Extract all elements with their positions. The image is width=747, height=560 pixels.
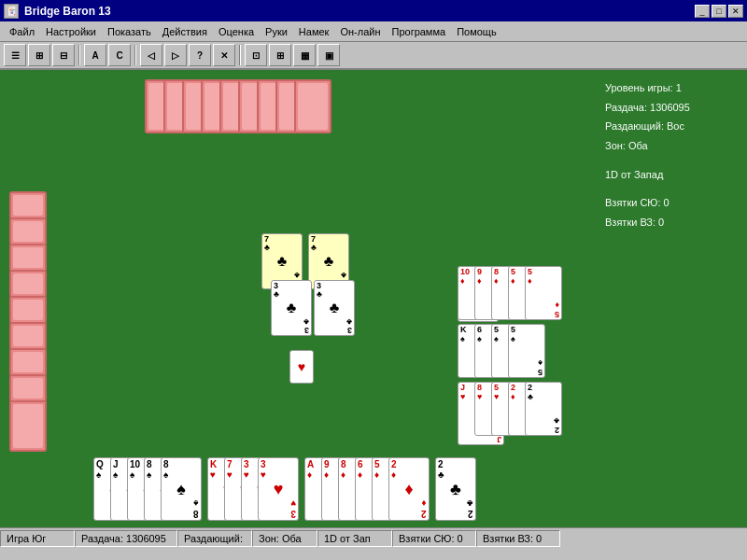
center-clubs-card1[interactable]: 3♣ ♣ 3♣ bbox=[271, 280, 312, 336]
south-hearts: K♥ ♥ K♥ 7♥ ♥ 7♥ 3♥ ♥ 3♥ 3♥ ♥ 3♥ bbox=[207, 457, 299, 523]
status-tricks-ew: Взятки ВЗ: 0 bbox=[476, 530, 560, 547]
west-card-5 bbox=[9, 322, 47, 350]
east-card-r2-3[interactable]: 5♠ 5♠ bbox=[508, 324, 545, 378]
c1-center: ♣ bbox=[287, 300, 297, 316]
south-clubs: 2♣ ♣ 2♣ bbox=[435, 457, 476, 523]
minimize-button[interactable]: _ bbox=[695, 5, 710, 18]
menu-item-показать[interactable]: Показать bbox=[102, 24, 157, 39]
south-club-0[interactable]: 2♣ ♣ 2♣ bbox=[435, 457, 476, 521]
toolbar-btn-13[interactable]: ⊞ bbox=[269, 44, 291, 66]
c2-center: ♣ bbox=[330, 300, 340, 316]
title-bar: 🃏 Bridge Baron 13 _ □ ✕ bbox=[0, 0, 747, 21]
west-card-last bbox=[9, 400, 47, 452]
c2-tl: 3♣ bbox=[317, 282, 322, 299]
tricks-ns-info: Взятки СЮ: 0 bbox=[605, 194, 740, 212]
card-rank-tl2: 7♣ bbox=[311, 235, 317, 252]
toolbar-btn-2[interactable]: ⊟ bbox=[52, 44, 75, 66]
toolbar-separator bbox=[134, 45, 136, 65]
west-card-2 bbox=[9, 244, 47, 272]
toolbar-btn-0[interactable]: ☰ bbox=[4, 44, 26, 66]
maximize-button[interactable]: □ bbox=[712, 5, 726, 18]
toolbar-btn-5[interactable]: C bbox=[108, 44, 131, 66]
tricks-ew-info: Взятки ВЗ: 0 bbox=[605, 214, 740, 231]
toolbar-btn-8[interactable]: ▷ bbox=[164, 44, 187, 66]
toolbar-separator bbox=[78, 45, 80, 65]
contract-info: 1D от Запад bbox=[605, 166, 740, 184]
south-heart-3[interactable]: 3♥ ♥ 3♥ bbox=[258, 457, 299, 521]
status-player: Игра Юг bbox=[0, 530, 75, 547]
east-card-r1-4[interactable]: 5♦ 5♦ bbox=[525, 266, 562, 320]
close-button[interactable]: ✕ bbox=[728, 5, 743, 18]
toolbar-btn-1[interactable]: ⊞ bbox=[28, 44, 50, 66]
south-spade-4[interactable]: 8♠ ♠ 8♠ bbox=[161, 457, 202, 521]
west-card-7 bbox=[9, 374, 47, 402]
status-dealer: Раздающий: bbox=[177, 530, 252, 547]
title-buttons: _ □ ✕ bbox=[695, 5, 743, 18]
status-deal: Раздача: 1306095 bbox=[75, 530, 177, 547]
menu-item-намек[interactable]: Намек bbox=[293, 24, 335, 39]
east-hand-row1: 10♦ ♦ 10♦ 10♦ 10♦ 9♦ 9♦ 8♦ 8♦ 5♦ 5♦ 5♦ 5… bbox=[458, 266, 499, 322]
card-center-suit: ♣ bbox=[277, 253, 288, 270]
menu-item-файл[interactable]: Файл bbox=[4, 24, 40, 39]
toolbar-btn-9[interactable]: ? bbox=[189, 44, 211, 66]
info-panel: Уровень игры: 1 Раздача: 1306095 Раздающ… bbox=[598, 70, 747, 527]
toolbar-btn-4[interactable]: A bbox=[84, 44, 106, 66]
toolbar-btn-12[interactable]: ⊡ bbox=[245, 44, 267, 66]
dealer-info: Раздающий: Вос bbox=[605, 118, 740, 135]
menu-item-действия[interactable]: Действия bbox=[157, 24, 213, 39]
menu-item-программа[interactable]: Программа bbox=[386, 24, 451, 39]
south-diamond-5[interactable]: 2♦ ♦ 2♦ bbox=[388, 457, 430, 521]
card-rank-tl: 7♣ bbox=[264, 235, 270, 252]
menu-bar: ФайлНастройкиПоказатьДействияОценкаРукиН… bbox=[0, 21, 747, 42]
played-heart-card[interactable]: ♥ bbox=[289, 350, 314, 384]
west-card-1 bbox=[9, 217, 47, 245]
menu-item-оценка[interactable]: Оценка bbox=[213, 24, 260, 39]
north-card-8 bbox=[294, 79, 331, 133]
south-hand: Q♠ ♠ Q♠ J♠ ♠ J♠ 10♠ ♠ 10♠ 8♠ ♠ 8♠ 8♠ ♠ 8… bbox=[93, 457, 476, 523]
title-text: Bridge Baron 13 bbox=[24, 5, 689, 18]
west-card-0 bbox=[9, 191, 47, 219]
status-tricks-ns: Взятки СЮ: 0 bbox=[392, 530, 476, 547]
level-info: Уровень игры: 1 bbox=[605, 79, 740, 97]
center-clubs-card2[interactable]: 3♣ ♣ 3♣ bbox=[314, 280, 355, 336]
west-card-4 bbox=[9, 296, 47, 324]
toolbar-btn-10[interactable]: ✕ bbox=[213, 44, 235, 66]
menu-item-помощь[interactable]: Помощь bbox=[451, 24, 502, 39]
c1-tl: 3♣ bbox=[274, 282, 279, 299]
played-card-suit: ♥ bbox=[298, 359, 305, 374]
south-diamonds: A♦ ♦ A♦ 9♦ ♦ 9♦ 8♦ ♦ 8♦ 6♦ ♦ 6♦ 5♦ ♦ 5♦ … bbox=[304, 457, 430, 523]
east-card-r3-4[interactable]: 2♣ 2♣ bbox=[525, 382, 562, 436]
toolbar-separator bbox=[239, 45, 241, 65]
toolbar-btn-14[interactable]: ▦ bbox=[293, 44, 316, 66]
toolbar-btn-7[interactable]: ◁ bbox=[140, 44, 162, 66]
app-icon: 🃏 bbox=[4, 4, 19, 19]
status-bar: Игра Юг Раздача: 1306095 Раздающий: Зон:… bbox=[0, 527, 747, 548]
menu-item-он-лайн[interactable]: Он-лайн bbox=[334, 24, 386, 39]
toolbar: ☰⊞⊟AC◁▷?✕⊡⊞▦▣ bbox=[0, 42, 747, 70]
status-contract: 1D от Зап bbox=[317, 530, 392, 547]
toolbar-btn-15[interactable]: ▣ bbox=[317, 44, 340, 66]
status-zone: Зон: Оба bbox=[252, 530, 317, 547]
west-card-3 bbox=[9, 270, 47, 298]
south-spades: Q♠ ♠ Q♠ J♠ ♠ J♠ 10♠ ♠ 10♠ 8♠ ♠ 8♠ 8♠ ♠ 8… bbox=[93, 457, 202, 523]
deal-info: Раздача: 1306095 bbox=[605, 99, 740, 117]
c1-br: 3♣ bbox=[303, 317, 309, 334]
menu-item-настройки[interactable]: Настройки bbox=[40, 24, 102, 39]
card-center-suit2: ♣ bbox=[324, 253, 334, 270]
c2-br: 3♣ bbox=[346, 317, 352, 334]
west-card-6 bbox=[9, 348, 47, 376]
game-table: 7♣ ♣ 7♣ 7♣ ♣ 7♣ 3♣ ♣ 3♣ 3♣ ♣ 3♣ ♥ bbox=[0, 70, 598, 527]
game-area: 7♣ ♣ 7♣ 7♣ ♣ 7♣ 3♣ ♣ 3♣ 3♣ ♣ 3♣ ♥ bbox=[0, 70, 747, 527]
menu-item-руки[interactable]: Руки bbox=[260, 24, 293, 39]
zone-info: Зон: Оба bbox=[605, 137, 740, 155]
